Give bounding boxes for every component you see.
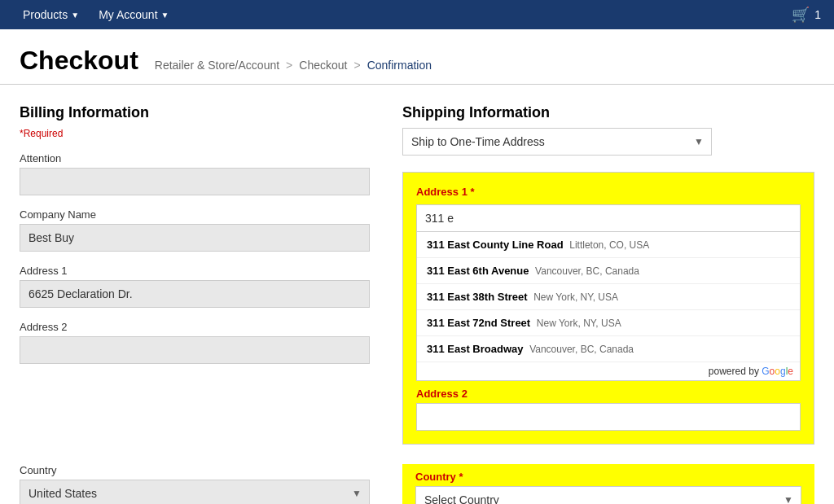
account-label: My Account — [99, 8, 157, 21]
cart-icon: 🛒 — [792, 6, 810, 24]
billing-section: Billing Information *Required Attention … — [20, 104, 370, 445]
breadcrumb: Retailer & Store/Account > Checkout > Co… — [155, 59, 432, 72]
company-label: Company Name — [20, 208, 370, 221]
shipping-address1-label: Address 1 * — [416, 186, 801, 198]
cart-area[interactable]: 🛒 1 — [792, 6, 821, 24]
shipping-country-section: Country * Select Country ▼ — [402, 464, 814, 504]
bottom-row: Country United States ▼ Country * Select… — [0, 464, 834, 504]
company-field-group: Company Name — [20, 208, 370, 252]
address2-field-group: Address 2 — [20, 321, 370, 364]
shipping-country-select-wrapper: Select Country ▼ — [415, 486, 801, 504]
google-powered-badge: powered by Google — [417, 362, 800, 380]
address2-label: Address 2 — [20, 321, 370, 333]
shipping-country-select[interactable]: Select Country — [415, 486, 801, 504]
autocomplete-list: 311 East County Line Road Littleton, CO,… — [416, 232, 801, 381]
address2-input[interactable] — [20, 336, 370, 364]
top-navigation: Products ▼ My Account ▼ 🛒 1 — [0, 0, 834, 29]
shipping-address2-group: Address 2 — [416, 388, 801, 431]
billing-country-select[interactable]: United States — [20, 480, 370, 504]
breadcrumb-step2[interactable]: Checkout — [299, 59, 347, 72]
address1-label: Address 1 — [20, 265, 370, 277]
autocomplete-item[interactable]: 311 East 38th Street New York, NY, USA — [417, 284, 800, 310]
shipping-section: Shipping Information Ship to One-Time Ad… — [402, 104, 814, 445]
autocomplete-item[interactable]: 311 East 6th Avenue Vancouver, BC, Canad… — [417, 258, 800, 284]
address1-field-group: Address 1 — [20, 265, 370, 308]
attention-label: Attention — [20, 152, 370, 164]
page-title: Checkout — [20, 46, 138, 76]
shipping-address2-input[interactable] — [416, 403, 801, 431]
products-label: Products — [23, 8, 68, 21]
products-chevron-icon: ▼ — [71, 11, 79, 20]
ship-to-select[interactable]: Ship to One-Time Address — [402, 128, 712, 156]
attention-input[interactable] — [20, 168, 370, 195]
attention-field-group: Attention — [20, 152, 370, 195]
billing-title: Billing Information — [20, 104, 370, 121]
ship-to-dropdown-wrapper: Ship to One-Time Address ▼ — [402, 128, 814, 156]
breadcrumb-sep2: > — [353, 59, 360, 72]
breadcrumb-step1[interactable]: Retailer & Store/Account — [155, 59, 279, 72]
billing-country-select-wrapper: United States ▼ — [20, 480, 370, 504]
shipping-address2-label: Address 2 — [416, 388, 801, 400]
autocomplete-item[interactable]: 311 East 72nd Street New York, NY, USA — [417, 310, 800, 336]
page-header: Checkout Retailer & Store/Account > Chec… — [0, 29, 834, 85]
billing-country-section: Country United States ▼ — [20, 464, 370, 504]
required-note: *Required — [20, 128, 370, 139]
autocomplete-item[interactable]: 311 East Broadway Vancouver, BC, Canada — [417, 336, 800, 362]
shipping-country-label: Country * — [415, 471, 801, 483]
billing-country-label: Country — [20, 464, 370, 476]
shipping-address1-input[interactable] — [416, 204, 801, 232]
address1-autocomplete-wrapper: Address 1 * 311 East County Line Road Li… — [402, 172, 814, 445]
billing-country-field-group: Country United States ▼ — [20, 464, 370, 504]
account-menu[interactable]: My Account ▼ — [89, 0, 178, 29]
products-menu[interactable]: Products ▼ — [13, 0, 89, 29]
shipping-country-yellow-wrapper: Country * Select Country ▼ — [402, 464, 814, 504]
account-chevron-icon: ▼ — [161, 11, 169, 20]
ship-to-select-wrapper: Ship to One-Time Address ▼ — [402, 128, 712, 156]
autocomplete-item[interactable]: 311 East County Line Road Littleton, CO,… — [417, 232, 800, 258]
cart-count: 1 — [814, 8, 821, 21]
company-input[interactable] — [20, 224, 370, 252]
breadcrumb-sep1: > — [286, 59, 292, 72]
main-content: Billing Information *Required Attention … — [0, 85, 834, 464]
breadcrumb-step3: Confirmation — [367, 59, 432, 72]
address1-input[interactable] — [20, 280, 370, 308]
shipping-title: Shipping Information — [402, 104, 814, 121]
